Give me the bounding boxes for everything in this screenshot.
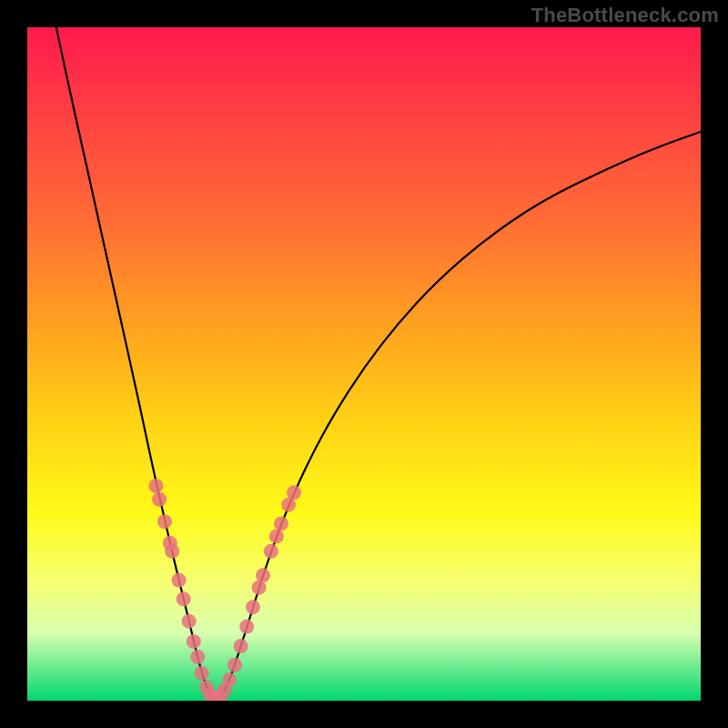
- curve-marker: [228, 658, 242, 672]
- curve-marker: [190, 650, 205, 664]
- curve-marker: [222, 672, 237, 687]
- bottleneck-curve-path: [56, 27, 701, 697]
- chart-frame: TheBottleneck.com: [0, 0, 728, 728]
- curve-marker: [264, 544, 278, 559]
- curve-marker: [177, 592, 191, 606]
- curve-marker: [148, 479, 163, 493]
- curve-marker: [246, 600, 260, 614]
- curve-marker: [152, 492, 167, 507]
- curve-marker: [187, 634, 201, 649]
- curve-marker: [274, 516, 288, 531]
- watermark-text: TheBottleneck.com: [531, 4, 719, 27]
- curve-marker: [172, 573, 187, 588]
- curve-markers-group: [148, 479, 301, 701]
- curve-marker: [269, 529, 284, 543]
- curve-marker: [287, 485, 301, 500]
- curve-marker: [256, 568, 270, 582]
- curve-marker: [157, 514, 172, 529]
- curve-marker: [182, 614, 197, 629]
- curve-marker: [165, 544, 179, 559]
- curve-marker: [195, 666, 209, 681]
- bottleneck-curve-svg: [27, 27, 701, 701]
- curve-marker: [239, 620, 254, 634]
- curve-marker: [234, 639, 248, 653]
